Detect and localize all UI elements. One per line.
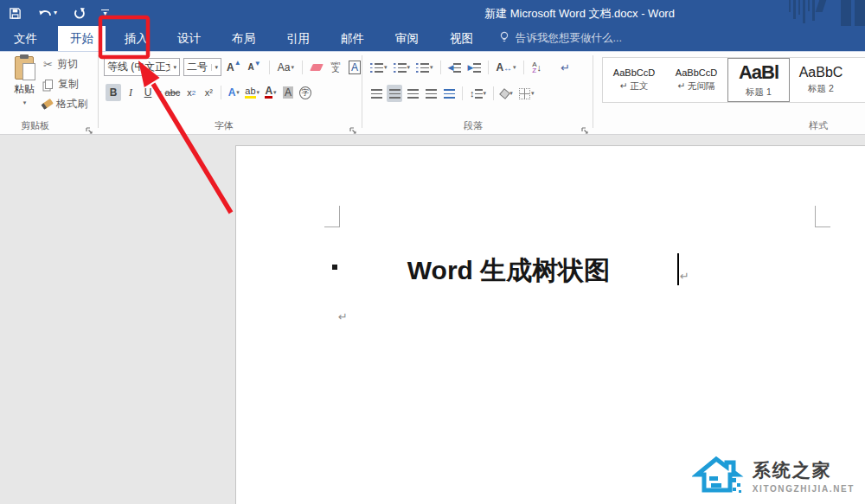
text-boundary-mark-right bbox=[815, 206, 830, 227]
bold-button[interactable]: B bbox=[106, 84, 121, 101]
undo-button[interactable]: ▾ bbox=[37, 7, 57, 19]
phonetic-guide-button[interactable]: wén 文 bbox=[328, 59, 343, 76]
format-painter-button[interactable]: 格式刷 bbox=[42, 97, 87, 112]
bullets-button[interactable]: ▾ bbox=[368, 59, 389, 76]
clipboard-dialog-launcher-icon[interactable] bbox=[86, 123, 93, 131]
character-shading-button[interactable]: A bbox=[280, 84, 296, 101]
asian-layout-button[interactable]: A↔▾ bbox=[494, 59, 517, 76]
watermark-site-name: 系统之家 bbox=[753, 458, 855, 482]
font-name-combo[interactable]: 等线 (中文正文 ▾ bbox=[104, 58, 180, 76]
watermark-domain: XITONGZHIJIA.NET bbox=[753, 484, 855, 494]
tab-design[interactable]: 设计 bbox=[165, 26, 213, 51]
borders-button[interactable]: ▾ bbox=[517, 85, 536, 102]
paste-dropdown-icon[interactable]: ▾ bbox=[23, 99, 27, 106]
font-name-value: 等线 (中文正文 bbox=[107, 60, 170, 74]
align-left-button[interactable] bbox=[368, 85, 384, 102]
font-size-dropdown-icon[interactable]: ▾ bbox=[211, 64, 218, 71]
styles-group-label: 样式 bbox=[809, 119, 828, 132]
grow-font-button[interactable]: A▲ bbox=[225, 59, 243, 76]
tab-home[interactable]: 开始 bbox=[58, 26, 106, 51]
heading-outline-bullet bbox=[332, 265, 337, 270]
clear-formatting-button[interactable] bbox=[309, 59, 324, 76]
subscript-button[interactable]: x2 bbox=[183, 84, 199, 101]
borders-grid-icon bbox=[519, 88, 530, 99]
style-heading2[interactable]: AaBbC 标题 2 bbox=[790, 58, 852, 102]
font-size-combo[interactable]: 二号 ▾ bbox=[183, 58, 221, 76]
paragraph-dialog-launcher-icon[interactable] bbox=[581, 123, 589, 131]
document-area[interactable]: Word 生成树状图 ↵ ↵ 系统之家 XITONGZHIJIA.NET bbox=[0, 135, 865, 504]
copy-button[interactable]: 复制 bbox=[43, 77, 79, 92]
lightbulb-icon bbox=[499, 31, 509, 47]
paragraph-mark-2: ↵ bbox=[338, 310, 348, 323]
style-no-spacing[interactable]: AaBbCcD ↵ 无间隔 bbox=[665, 58, 727, 102]
tab-layout[interactable]: 布局 bbox=[220, 26, 267, 51]
paste-button[interactable]: 粘贴 ▾ bbox=[7, 56, 42, 106]
undo-dropdown-icon[interactable]: ▾ bbox=[54, 10, 57, 16]
paragraph-mark-1: ↵ bbox=[680, 270, 689, 283]
underline-dropdown-icon[interactable]: ▾ bbox=[158, 89, 162, 96]
increase-indent-button[interactable]: ▶ bbox=[465, 59, 483, 76]
multilevel-list-button[interactable]: ▾ bbox=[414, 59, 435, 76]
align-right-button[interactable] bbox=[405, 85, 420, 102]
clipboard-group-label: 剪贴板 bbox=[21, 119, 49, 132]
align-right-icon bbox=[407, 89, 419, 99]
eraser-icon bbox=[310, 64, 324, 71]
shrink-font-button[interactable]: A▼ bbox=[247, 59, 263, 76]
character-border-button[interactable]: A bbox=[347, 59, 362, 76]
decrease-indent-button[interactable]: ◀ bbox=[446, 59, 464, 76]
paste-clipboard-icon bbox=[15, 56, 34, 80]
format-painter-icon bbox=[41, 99, 54, 110]
strikethrough-button[interactable]: abc bbox=[163, 84, 183, 101]
indent-left-arrow-icon: ◀ bbox=[448, 63, 454, 72]
distribute-button[interactable] bbox=[441, 85, 457, 102]
superscript-button[interactable]: x² bbox=[201, 84, 216, 101]
quick-access-toolbar: ▾ ▾ bbox=[9, 0, 109, 26]
font-name-dropdown-icon[interactable]: ▾ bbox=[170, 64, 176, 71]
underline-button[interactable]: U bbox=[140, 84, 156, 101]
font-dialog-launcher-icon[interactable] bbox=[349, 123, 357, 131]
tab-file[interactable]: 文件 bbox=[0, 26, 51, 51]
title-bar: ▾ ▾ 新建 Microsoft Word 文档.docx - Word bbox=[0, 0, 865, 26]
italic-button[interactable]: I bbox=[123, 84, 138, 101]
document-page[interactable] bbox=[235, 145, 865, 504]
word-window: ▾ ▾ 新建 Microsoft Word 文档.docx - Word 文件 … bbox=[0, 0, 865, 504]
tell-me-box[interactable]: 告诉我您想要做什么... bbox=[485, 26, 622, 51]
paste-label: 粘贴 bbox=[14, 82, 35, 97]
style-heading1-selected[interactable]: AaBl 标题 1 bbox=[727, 58, 790, 102]
window-title: 新建 Microsoft Word 文档.docx - Word bbox=[389, 6, 770, 22]
ribbon-home: 粘贴 ▾ ✂ 剪切 复制 格式刷 剪贴板 bbox=[0, 52, 865, 135]
paragraph-group-label: 段落 bbox=[464, 119, 483, 132]
cut-button[interactable]: ✂ 剪切 bbox=[43, 57, 78, 72]
enclose-characters-button[interactable]: 字 bbox=[298, 84, 313, 101]
tab-insert[interactable]: 插入 bbox=[112, 26, 160, 51]
tab-mailings[interactable]: 邮件 bbox=[329, 26, 376, 51]
change-case-button[interactable]: Aa▾ bbox=[276, 59, 296, 76]
redo-button[interactable] bbox=[73, 7, 86, 20]
tab-references[interactable]: 引用 bbox=[274, 26, 322, 51]
justify-button[interactable] bbox=[423, 85, 439, 102]
styles-group: AaBbCcD ↵ 正文 AaBbCcD ↵ 无间隔 AaBl 标题 1 AaB… bbox=[597, 52, 865, 135]
text-effects-button[interactable]: A▾ bbox=[226, 84, 241, 101]
style-heading3-partial[interactable]: Aa bbox=[852, 58, 865, 102]
line-spacing-button[interactable]: ↕▾ bbox=[468, 85, 488, 102]
document-heading-text[interactable]: Word 生成树状图 bbox=[339, 253, 678, 289]
show-hide-marks-button[interactable]: ↵ bbox=[558, 59, 573, 76]
site-watermark: 系统之家 XITONGZHIJIA.NET bbox=[692, 452, 855, 499]
font-color-button[interactable]: A▾ bbox=[263, 84, 279, 101]
shading-button[interactable]: ▾ bbox=[499, 85, 515, 102]
scissors-icon: ✂ bbox=[43, 58, 53, 71]
style-normal[interactable]: AaBbCcD ↵ 正文 bbox=[603, 58, 665, 102]
font-group-label: 字体 bbox=[215, 119, 234, 132]
tell-me-placeholder: 告诉我您想要做什么... bbox=[516, 31, 622, 46]
numbering-button[interactable]: ▾ bbox=[392, 59, 413, 76]
customize-qat-icon[interactable]: ▾ bbox=[101, 10, 109, 16]
save-icon[interactable] bbox=[9, 7, 22, 20]
highlight-button[interactable]: ab▾ bbox=[243, 84, 261, 101]
paint-bucket-icon bbox=[499, 88, 510, 99]
watermark-house-icon bbox=[692, 452, 746, 499]
sort-button[interactable]: AZ↓ bbox=[529, 59, 545, 76]
font-size-value: 二号 bbox=[187, 60, 208, 74]
align-center-button[interactable] bbox=[387, 85, 402, 102]
tab-review[interactable]: 审阅 bbox=[383, 26, 431, 51]
tab-view[interactable]: 视图 bbox=[438, 26, 485, 51]
